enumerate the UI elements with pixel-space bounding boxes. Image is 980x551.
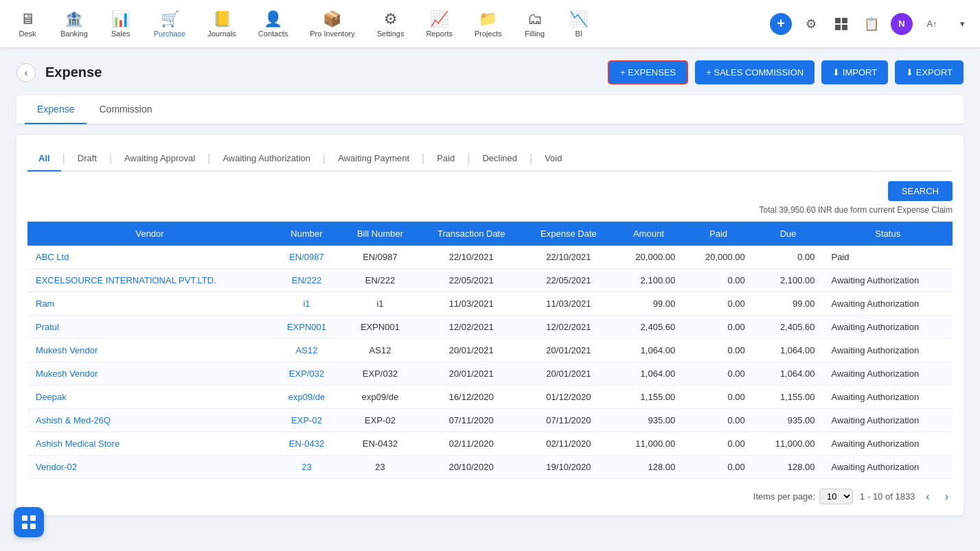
transaction-date-cell: 20/10/2020 [419, 456, 523, 479]
nav-item-purchase[interactable]: 🛒 Purchase [144, 6, 195, 42]
status-tab-draft[interactable]: Draft [67, 146, 108, 172]
vendor-cell[interactable]: Ram [27, 292, 272, 316]
export-button[interactable]: ⬇ EXPORT [895, 60, 964, 84]
expense-date-cell: 22/05/2021 [523, 269, 613, 292]
number-cell[interactable]: EN-0432 [272, 432, 341, 456]
table-row: Ram i1 i1 11/03/2021 11/03/2021 99.00 0.… [27, 292, 953, 316]
expense-date-cell: 01/12/2020 [523, 386, 613, 409]
next-page-button[interactable]: › [941, 489, 953, 504]
status-cell: Awaiting Authorization [823, 362, 953, 386]
number-cell[interactable]: EXPN001 [272, 316, 341, 339]
vendor-cell[interactable]: Pratul [27, 316, 272, 339]
vendor-cell[interactable]: Ashish Medical Store [27, 432, 272, 456]
user-avatar[interactable]: N [891, 13, 913, 35]
contacts-icon: 👤 [264, 10, 282, 28]
number-cell[interactable]: EXP/032 [272, 362, 341, 386]
transaction-date-cell: 16/12/2020 [419, 386, 523, 409]
expense-date-cell: 20/01/2021 [523, 362, 613, 386]
tab-expense[interactable]: Expense [25, 95, 87, 124]
nav-item-projects[interactable]: 📁 Projects [465, 6, 512, 42]
bill-number-cell: EN/222 [341, 269, 419, 292]
sales-commission-button[interactable]: + SALES COMMISSION [695, 60, 814, 84]
vendor-cell[interactable]: Mukesh Vendor [27, 362, 272, 386]
nav-label-bi: BI [576, 30, 582, 38]
gear-icon[interactable]: ⚙ [800, 13, 822, 35]
vendor-cell[interactable]: Deepak [27, 386, 272, 409]
nav-item-bi[interactable]: 📉 BI [558, 6, 600, 42]
nav-item-desk[interactable]: 🖥 Desk [7, 6, 48, 42]
table-row: Ashish & Med-26Q EXP-02 EXP-02 07/11/202… [27, 409, 953, 432]
nav-label-sales: Sales [111, 30, 130, 38]
due-cell: 11,000.00 [753, 432, 823, 456]
vendor-cell[interactable]: ABC Ltd [27, 246, 272, 269]
col-paid: Paid [683, 222, 753, 246]
font-size-icon[interactable]: A↑ [921, 13, 943, 35]
status-tab-awaiting-approval[interactable]: Awaiting Approval [113, 146, 206, 172]
prev-page-button[interactable]: ‹ [922, 489, 933, 504]
nav-item-banking[interactable]: 🏦 Banking [51, 6, 98, 42]
number-cell[interactable]: exp09/de [272, 386, 341, 409]
due-cell: 2,405.60 [753, 316, 823, 339]
vendor-cell[interactable]: Vendor-02 [27, 456, 272, 479]
bill-number-cell: i1 [341, 292, 419, 316]
nav-label-projects: Projects [475, 30, 502, 38]
main-content: ‹ Expense + EXPENSES + SALES COMMISSION … [0, 48, 980, 528]
nav-item-sales[interactable]: 📊 Sales [100, 6, 141, 42]
number-cell[interactable]: EXP-02 [272, 409, 341, 432]
settings-icon: ⚙ [384, 10, 398, 28]
col-due: Due [753, 222, 823, 246]
desk-icon: 🖥 [20, 10, 35, 28]
back-button[interactable]: ‹ [16, 63, 36, 82]
status-tab-paid[interactable]: Paid [426, 146, 466, 172]
filling-icon: 🗂 [527, 10, 543, 28]
per-page-select[interactable]: 10 25 50 [819, 489, 853, 504]
pro-inventory-icon: 📦 [323, 10, 341, 28]
status-tab-void[interactable]: Void [534, 146, 573, 172]
expense-date-cell: 22/10/2021 [523, 246, 613, 269]
status-cell: Awaiting Authorization [823, 456, 953, 479]
vendor-cell[interactable]: Mukesh Vendor [27, 339, 272, 362]
import-button[interactable]: ⬇ IMPORT [821, 60, 888, 84]
document-icon[interactable]: 📋 [861, 13, 882, 35]
status-tab-awaiting-payment[interactable]: Awaiting Payment [327, 146, 420, 172]
grid-icon-button[interactable] [14, 507, 44, 528]
nav-label-journals: Journals [207, 30, 236, 38]
banking-icon: 🏦 [65, 10, 83, 28]
status-tab-all[interactable]: All [27, 146, 61, 172]
nav-item-journals[interactable]: 📒 Journals [198, 6, 246, 42]
nav-item-contacts[interactable]: 👤 Contacts [249, 6, 297, 42]
status-tab-awaiting-authorization[interactable]: Awaiting Authorization [212, 146, 321, 172]
nav-label-purchase: Purchase [154, 30, 185, 38]
paid-cell: 0.00 [683, 409, 753, 432]
vendor-cell[interactable]: EXCELSOURCE INTERNATIONAL PVT.LTD. [27, 269, 272, 292]
tab-commission[interactable]: Commission [87, 95, 164, 124]
number-cell[interactable]: EN/222 [272, 269, 341, 292]
grid-view-icon[interactable] [830, 13, 852, 35]
items-per-page-label: Items per page: [753, 491, 815, 502]
number-cell[interactable]: i1 [272, 292, 341, 316]
number-cell[interactable]: EN/0987 [272, 246, 341, 269]
expense-date-cell: 11/03/2021 [523, 292, 613, 316]
nav-item-filling[interactable]: 🗂 Filling [514, 6, 556, 42]
number-cell[interactable]: 23 [272, 456, 341, 479]
amount-cell: 11,000.00 [614, 432, 684, 456]
nav-label-reports: Reports [426, 30, 453, 38]
nav-label-contacts: Contacts [258, 30, 288, 38]
svg-rect-6 [22, 524, 27, 528]
expenses-button[interactable]: + EXPENSES [608, 60, 688, 84]
transaction-date-cell: 20/01/2021 [419, 339, 523, 362]
bi-icon: 📉 [569, 10, 588, 28]
sales-icon: 📊 [111, 10, 130, 28]
paid-cell: 0.00 [683, 339, 753, 362]
page-header: ‹ Expense + EXPENSES + SALES COMMISSION … [16, 60, 964, 84]
nav-item-settings[interactable]: ⚙ Settings [367, 6, 414, 42]
nav-item-reports[interactable]: 📈 Reports [416, 6, 462, 42]
status-tab-declined[interactable]: Declined [471, 146, 528, 172]
vendor-cell[interactable]: Ashish & Med-26Q [27, 409, 272, 432]
number-cell[interactable]: AS12 [272, 339, 341, 362]
chevron-down-icon[interactable]: ▾ [951, 13, 973, 35]
add-button[interactable]: + [770, 13, 792, 35]
due-cell: 1,064.00 [753, 362, 823, 386]
nav-item-pro-inventory[interactable]: 📦 Pro Inventory [300, 6, 364, 42]
search-button[interactable]: SEARCH [888, 181, 953, 201]
